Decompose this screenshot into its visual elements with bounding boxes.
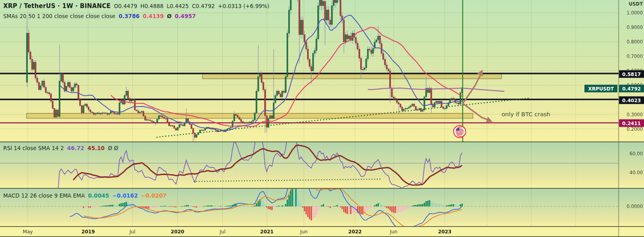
macd-signal-value: −0.0207 — [141, 192, 166, 199]
axis-tick-label: 0.7000 — [619, 54, 643, 59]
symbol-price-tag: XRPUSDT — [584, 85, 617, 93]
ohlc-low: L0.4425 — [167, 3, 189, 9]
trading-chart-app: XRP / TetherUS · 1W · BINANCE O0.4479 H0… — [0, 0, 644, 237]
ohlc-close: C0.4792 — [192, 3, 215, 9]
symbol-legend[interactable]: XRP / TetherUS · 1W · BINANCE O0.4479 H0… — [3, 2, 269, 10]
sma20-value: 0.3786 — [119, 13, 140, 19]
time-tick-label: Jul — [130, 229, 135, 235]
price-level-tag: 0.2411 — [619, 120, 644, 127]
time-tick-label: Jun — [390, 229, 398, 235]
chart-canvas[interactable] — [0, 0, 644, 237]
time-tick-label: Jun — [300, 229, 308, 235]
sma1-hidden-value: Ø — [167, 13, 171, 19]
rsi-value: 46.72 — [67, 145, 85, 151]
btc-crash-annotation[interactable]: only if BTC crash — [502, 111, 550, 117]
axis-tick-label: 0.8000 — [619, 39, 643, 45]
axis-tick-label: 0.0000 — [619, 204, 643, 209]
sma-label: SMAs 20 50 1 200 close close close close — [3, 13, 116, 19]
axis-tick-label: 40.00 — [619, 170, 643, 175]
sma-legend[interactable]: SMAs 20 50 1 200 close close close close… — [3, 13, 196, 19]
rsi-hidden-values: Ø Ø — [108, 145, 118, 151]
time-tick-label: May — [23, 229, 33, 235]
rsi-legend[interactable]: RSI 14 close SMA 14 2 46.72 45.10 Ø Ø — [3, 145, 118, 151]
price-level-tag: 0.5817 — [619, 70, 644, 78]
axis-tick-label: 60.00 — [619, 151, 643, 157]
price-level-tag: 0.4023 — [619, 97, 644, 104]
time-tick-label: 2023 — [438, 229, 451, 235]
axis-tick-label: 0.9000 — [619, 25, 643, 30]
price-level-tag: 0.4792 — [619, 85, 644, 93]
axis-tick-label: 0.2000 — [619, 126, 643, 132]
sma50-value: 0.4139 — [143, 13, 164, 19]
axis-tick-label: 1.0000 — [619, 10, 643, 16]
us-flag-event-icon[interactable] — [454, 126, 466, 138]
symbol-title: XRP / TetherUS · 1W · BINANCE — [3, 2, 111, 10]
rsi-sma-value: 45.10 — [87, 145, 105, 151]
time-tick-label: 2020 — [171, 229, 184, 235]
sma200-value: 0.4957 — [175, 13, 196, 19]
ohlc-open: O0.4479 — [114, 3, 137, 9]
axis-tick-label: 0.3000 — [619, 112, 643, 117]
ohlc-high: H0.4888 — [140, 3, 163, 9]
macd-hist-value: 0.0045 — [88, 192, 109, 199]
time-tick-label: 2022 — [348, 229, 361, 235]
time-tick-label: 2021 — [260, 229, 273, 235]
change-value: +0.0313 (+6.99%) — [218, 3, 270, 9]
time-tick-label: Jul — [220, 229, 225, 235]
macd-legend[interactable]: MACD 12 26 close 9 EMA EMA 0.0045 −0.016… — [3, 192, 167, 199]
macd-label: MACD 12 26 close 9 EMA EMA — [3, 192, 85, 199]
time-tick-label: 2019 — [81, 229, 95, 235]
rsi-label: RSI 14 close SMA 14 2 — [3, 145, 64, 151]
macd-line-value: −0.0162 — [112, 192, 138, 199]
axis-currency-label: USDT — [619, 1, 643, 7]
